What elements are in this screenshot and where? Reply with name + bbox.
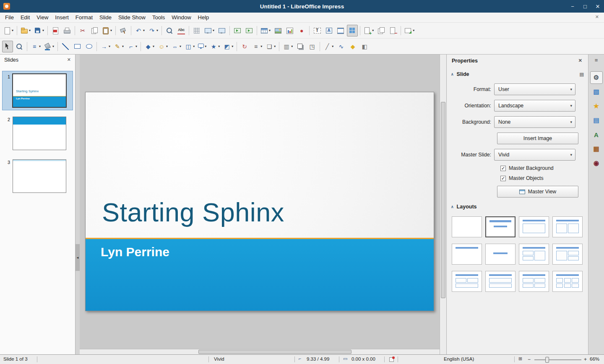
insert-image-button[interactable]: Insert Image	[497, 133, 578, 144]
properties-panel-close-button[interactable]: ✕	[578, 58, 582, 63]
layout-title-two-content[interactable]	[552, 216, 583, 237]
insert-chart-button[interactable]	[284, 25, 295, 36]
layout-centered-text[interactable]	[485, 244, 515, 265]
insert-image-button[interactable]	[273, 25, 284, 36]
zoom-percent[interactable]: 66%	[590, 356, 599, 361]
panel-splitter[interactable]: ◂	[76, 55, 80, 354]
open-file-button[interactable]: ▾	[19, 25, 32, 36]
minimize-button[interactable]: −	[569, 3, 576, 10]
dropdown-arrow-icon[interactable]: ▾	[143, 29, 145, 32]
dropdown-arrow-icon[interactable]: ▾	[193, 44, 195, 48]
slide-properties-button[interactable]: ▾	[403, 25, 416, 36]
slide-transition-deck-tab[interactable]: ▧	[590, 86, 603, 98]
callout-shapes-button[interactable]: ▾	[197, 41, 208, 52]
layout-title-slide[interactable]	[485, 216, 515, 237]
layout-blank[interactable]	[452, 216, 482, 237]
slide-thumbnail-2[interactable]: 2	[3, 114, 73, 153]
properties-deck-tab[interactable]: ⚙	[590, 71, 603, 84]
unsaved-changes-icon[interactable]	[389, 357, 394, 362]
start-from-current-slide-button[interactable]	[244, 25, 255, 36]
print-button[interactable]	[62, 25, 73, 36]
menu-file[interactable]: File	[2, 13, 17, 22]
insert-table-button[interactable]: ▾	[259, 25, 272, 36]
layouts-section-header[interactable]: ∧ Layouts	[447, 202, 588, 211]
dropdown-arrow-icon[interactable]: ▾	[413, 29, 414, 32]
slide-editing-area[interactable]: Starting Sphinx Lyn Perrine	[85, 92, 434, 311]
master-background-checkbox[interactable]: ✓	[500, 166, 506, 171]
collapse-chevron-icon[interactable]: ∧	[451, 205, 454, 209]
zoom-out-button[interactable]: −	[528, 356, 531, 362]
zoom-slider-thumb[interactable]	[545, 357, 549, 363]
layout-title-only[interactable]	[452, 244, 482, 265]
crop-image-button[interactable]: ◳	[307, 41, 318, 52]
gallery-deck-tab[interactable]: ▦	[590, 143, 603, 155]
undo-button[interactable]: ↶▾	[133, 25, 146, 36]
layout-six-content[interactable]	[552, 271, 583, 292]
dropdown-arrow-icon[interactable]: ▾	[153, 44, 154, 48]
object-size-status[interactable]: 0.00 x 0.00	[351, 356, 375, 361]
navigator-deck-tab[interactable]: ◉	[590, 157, 603, 169]
delete-slide-button[interactable]	[388, 25, 398, 36]
vertical-scrollbar[interactable]	[440, 55, 446, 354]
rectangle-button[interactable]	[72, 41, 83, 52]
horizontal-scrollbar-thumb[interactable]	[198, 350, 351, 354]
dropdown-arrow-icon[interactable]: ▾	[166, 44, 168, 48]
close-document-button[interactable]: ✕	[595, 14, 599, 20]
dropdown-arrow-icon[interactable]: ▾	[156, 29, 158, 32]
display-views-button[interactable]	[216, 25, 227, 36]
helplines-while-moving-button[interactable]: ≡▾	[29, 41, 42, 52]
new-document-button[interactable]: ▾	[2, 25, 15, 36]
dropdown-arrow-icon[interactable]: ▾	[135, 44, 137, 48]
show-layout-grid-button[interactable]	[347, 25, 358, 36]
layout-two-content-over-content[interactable]	[452, 271, 482, 292]
slide-section-header[interactable]: ∧ Slide ▤	[447, 70, 588, 79]
header-and-footer-button[interactable]	[335, 25, 346, 36]
slide-thumbnail-1[interactable]: 1Starting SphinxLyn Perrine	[3, 71, 73, 110]
flowchart-shapes-button[interactable]: ◫▾	[183, 41, 196, 52]
slide-title-text[interactable]: Starting Sphinx	[102, 197, 284, 227]
toggle-extrusion-button[interactable]: ◧	[359, 41, 370, 52]
distribution-button[interactable]: ▥▾	[281, 41, 294, 52]
shadow-button[interactable]	[295, 41, 306, 52]
connectors-button[interactable]: ⌐▾	[126, 41, 138, 52]
more-options-icon[interactable]: ▤	[580, 72, 584, 77]
dropdown-arrow-icon[interactable]: ▾	[269, 29, 271, 32]
duplicate-slide-button[interactable]	[376, 25, 387, 36]
select-button[interactable]	[2, 41, 13, 52]
symbol-shapes-button[interactable]: ☺▾	[156, 41, 169, 52]
menu-edit[interactable]: Edit	[17, 13, 33, 22]
menu-slide[interactable]: Slide	[96, 13, 115, 22]
dropdown-arrow-icon[interactable]: ▾	[260, 44, 262, 48]
glue-points-button[interactable]: ◆	[347, 41, 358, 52]
format-dropdown[interactable]: User ▾	[494, 83, 575, 95]
layout-four-content[interactable]	[519, 271, 549, 292]
animation-deck-tab[interactable]: ★	[590, 100, 603, 112]
dropdown-arrow-icon[interactable]: ▾	[109, 44, 110, 48]
layout-title-content[interactable]	[519, 216, 549, 237]
layout-content-and-two-content[interactable]	[552, 244, 583, 265]
dropdown-arrow-icon[interactable]: ▾	[52, 44, 54, 48]
new-slide-button[interactable]: ▾	[362, 25, 375, 36]
ellipse-button[interactable]	[83, 41, 94, 52]
master-slide-dropdown[interactable]: Vivid ▾	[494, 149, 575, 161]
splitter-collapse-icon[interactable]: ◂	[76, 244, 80, 271]
dropdown-arrow-icon[interactable]: ▾	[180, 44, 181, 48]
orientation-dropdown[interactable]: Landscape ▾	[494, 100, 575, 112]
align-objects-button[interactable]: ≡▾	[251, 41, 263, 52]
horizontal-scrollbar[interactable]	[80, 349, 440, 354]
zoom-slider[interactable]	[534, 359, 581, 360]
rotate-button[interactable]: ↻	[239, 41, 250, 52]
dropdown-arrow-icon[interactable]: ▾	[332, 44, 333, 48]
background-dropdown[interactable]: None ▾	[494, 116, 575, 128]
arrange-button[interactable]: ❏▾	[264, 41, 277, 52]
restore-button[interactable]: □	[581, 3, 589, 10]
insert-line-button[interactable]	[60, 41, 71, 52]
fit-slide-icon[interactable]: ⊞	[518, 356, 522, 361]
cursor-position-status[interactable]: 9.33 / 4.99	[307, 356, 329, 361]
zoom-and-pan-button[interactable]	[14, 41, 25, 52]
dropdown-arrow-icon[interactable]: ▾	[291, 44, 293, 48]
slide-subtitle-text[interactable]: Lyn Perrine	[101, 245, 169, 259]
save-button[interactable]: ▾	[33, 25, 45, 36]
dropdown-arrow-icon[interactable]: ▾	[213, 29, 214, 32]
insert-text-box-button[interactable]: T	[312, 25, 323, 36]
